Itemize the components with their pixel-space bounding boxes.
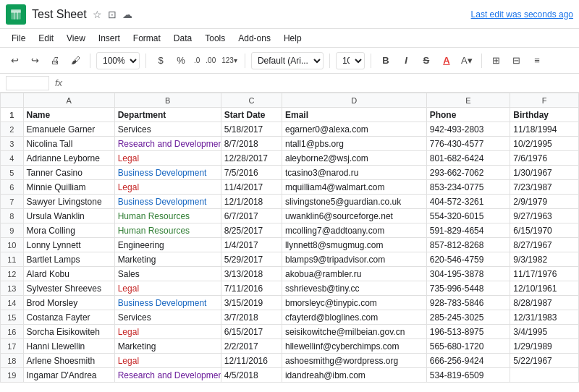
table-cell[interactable]: blamps9@tripadvisor.com: [282, 252, 426, 267]
menu-data[interactable]: Data: [168, 32, 198, 45]
table-cell[interactable]: 1/29/1989: [510, 339, 579, 354]
table-cell[interactable]: 3/13/2018: [221, 267, 282, 281]
table-cell[interactable]: 857-812-8268: [426, 238, 510, 252]
table-cell[interactable]: ntall1@pbs.org: [282, 137, 426, 151]
table-cell[interactable]: 10/2/1995: [510, 137, 579, 151]
table-cell[interactable]: llynnett8@smugmug.com: [282, 238, 426, 252]
table-cell[interactable]: aleyborne2@wsj.com: [282, 151, 426, 166]
percent-button[interactable]: %: [172, 52, 190, 69]
table-cell[interactable]: 6/15/2017: [221, 325, 282, 339]
table-cell[interactable]: Engineering: [114, 238, 221, 252]
table-cell[interactable]: 735-996-5448: [426, 281, 510, 296]
table-cell[interactable]: 12/28/2017: [221, 151, 282, 166]
table-cell[interactable]: 7/6/1976: [510, 151, 579, 166]
table-cell[interactable]: 801-682-6424: [426, 151, 510, 166]
menu-tools[interactable]: Tools: [199, 32, 231, 45]
table-cell[interactable]: idandreah@ibm.com: [282, 368, 426, 383]
table-cell[interactable]: Emanuele Garner: [23, 122, 114, 137]
column-header-cell[interactable]: Start Date: [221, 108, 282, 122]
menu-format[interactable]: Format: [127, 32, 166, 45]
table-cell[interactable]: cfayterd@bloglines.com: [282, 310, 426, 325]
italic-button[interactable]: I: [397, 52, 415, 69]
col-header-e[interactable]: E: [426, 93, 510, 108]
table-cell[interactable]: 5/18/2017: [221, 122, 282, 137]
table-cell[interactable]: Mora Colling: [23, 223, 114, 238]
table-cell[interactable]: Lonny Lynnett: [23, 238, 114, 252]
table-cell[interactable]: Minnie Quilliam: [23, 180, 114, 195]
table-cell[interactable]: 293-662-7062: [426, 166, 510, 180]
borders-button[interactable]: ⊞: [488, 52, 505, 69]
table-cell[interactable]: 196-513-8975: [426, 325, 510, 339]
table-cell[interactable]: 12/1/2018: [221, 195, 282, 209]
column-header-cell[interactable]: Phone: [426, 108, 510, 122]
table-cell[interactable]: egarner0@alexa.com: [282, 122, 426, 137]
redo-button[interactable]: ↪: [26, 52, 43, 69]
table-cell[interactable]: 5/29/2017: [221, 252, 282, 267]
menu-file[interactable]: File: [6, 32, 31, 45]
table-cell[interactable]: Ursula Wanklin: [23, 209, 114, 223]
table-cell[interactable]: Research and Development: [114, 368, 221, 383]
decimal0-button[interactable]: .0: [193, 52, 201, 69]
align-button[interactable]: ≡: [528, 52, 546, 69]
bold-button[interactable]: B: [377, 52, 394, 69]
table-cell[interactable]: 7/11/2016: [221, 281, 282, 296]
column-header-cell[interactable]: Birthday: [510, 108, 579, 122]
menu-help[interactable]: Help: [278, 32, 308, 45]
table-cell[interactable]: 8/28/1987: [510, 296, 579, 310]
last-edit-status[interactable]: Last edit was seconds ago: [471, 9, 573, 20]
table-cell[interactable]: Legal: [114, 281, 221, 296]
strikethrough-button[interactable]: S: [418, 52, 435, 69]
table-cell[interactable]: 554-320-6015: [426, 209, 510, 223]
table-cell[interactable]: Sorcha Eisikowiteh: [23, 325, 114, 339]
table-cell[interactable]: ashoesmithg@wordpress.org: [282, 354, 426, 368]
table-cell[interactable]: Legal: [114, 354, 221, 368]
cloud-icon[interactable]: ☁: [122, 9, 132, 20]
column-header-cell[interactable]: Name: [23, 108, 114, 122]
table-cell[interactable]: 1/4/2017: [221, 238, 282, 252]
table-cell[interactable]: 2/9/1979: [510, 195, 579, 209]
table-cell[interactable]: Adrianne Leyborne: [23, 151, 114, 166]
table-cell[interactable]: Services: [114, 122, 221, 137]
table-cell[interactable]: 620-546-4759: [426, 252, 510, 267]
table-cell[interactable]: 5/22/1967: [510, 354, 579, 368]
menu-insert[interactable]: Insert: [93, 32, 126, 45]
table-cell[interactable]: 6/15/1970: [510, 223, 579, 238]
table-cell[interactable]: 6/7/2017: [221, 209, 282, 223]
table-cell[interactable]: Human Resources: [114, 209, 221, 223]
col-header-c[interactable]: C: [221, 93, 282, 108]
table-cell[interactable]: Services: [114, 310, 221, 325]
font-select[interactable]: Default (Ari... Arial: [251, 52, 324, 69]
folder-icon[interactable]: ⊡: [108, 9, 117, 20]
col-header-f[interactable]: F: [510, 93, 579, 108]
table-cell[interactable]: 285-245-3025: [426, 310, 510, 325]
print-button[interactable]: 🖨: [46, 52, 64, 69]
table-cell[interactable]: 7/5/2016: [221, 166, 282, 180]
table-cell[interactable]: Business Development: [114, 166, 221, 180]
table-cell[interactable]: Business Development: [114, 296, 221, 310]
table-cell[interactable]: mquilliam4@walmart.com: [282, 180, 426, 195]
table-cell[interactable]: akobua@rambler.ru: [282, 267, 426, 281]
cell-reference-input[interactable]: [6, 76, 49, 90]
table-cell[interactable]: 304-195-3878: [426, 267, 510, 281]
table-cell[interactable]: sshrievesb@tiny.cc: [282, 281, 426, 296]
table-cell[interactable]: Sales: [114, 267, 221, 281]
table-cell[interactable]: 404-572-3261: [426, 195, 510, 209]
format123-button[interactable]: 123▾: [220, 52, 239, 69]
table-cell[interactable]: bmorsleyc@tinypic.com: [282, 296, 426, 310]
table-cell[interactable]: 4/5/2018: [221, 368, 282, 383]
table-cell[interactable]: Alard Kobu: [23, 267, 114, 281]
table-cell[interactable]: 942-493-2803: [426, 122, 510, 137]
table-cell[interactable]: Nicolina Tall: [23, 137, 114, 151]
table-cell[interactable]: 666-256-9424: [426, 354, 510, 368]
menu-view[interactable]: View: [61, 32, 91, 45]
table-cell[interactable]: 8/25/2017: [221, 223, 282, 238]
table-cell[interactable]: Tanner Casino: [23, 166, 114, 180]
table-cell[interactable]: Legal: [114, 325, 221, 339]
undo-button[interactable]: ↩: [6, 52, 23, 69]
underline-button[interactable]: A: [438, 52, 455, 69]
table-cell[interactable]: 853-234-0775: [426, 180, 510, 195]
table-cell[interactable]: [510, 368, 579, 383]
table-cell[interactable]: 565-680-1720: [426, 339, 510, 354]
table-cell[interactable]: mcolling7@addtoany.com: [282, 223, 426, 238]
menu-addons[interactable]: Add-ons: [232, 32, 276, 45]
